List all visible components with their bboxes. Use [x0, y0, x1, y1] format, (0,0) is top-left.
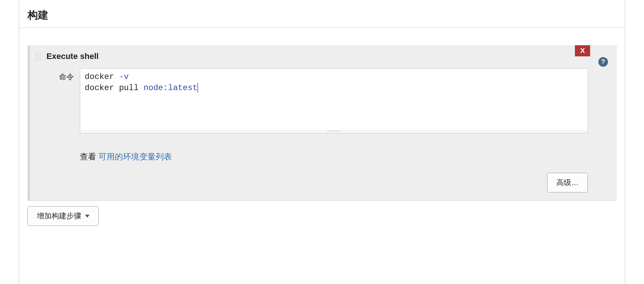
section-title: 构建 [19, 0, 625, 28]
build-step-title: Execute shell [46, 52, 99, 61]
chevron-down-icon [85, 215, 90, 218]
env-var-list-link[interactable]: 可用的环境变量列表 [98, 152, 172, 161]
advanced-button[interactable]: 高级… [547, 173, 588, 192]
drag-handle-icon[interactable] [34, 51, 42, 62]
step-accent-bar [28, 46, 30, 201]
env-var-help-text: 查看 可用的环境变量列表 [28, 133, 616, 162]
text-cursor [198, 83, 198, 92]
add-build-step-label: 增加构建步骤 [37, 211, 81, 221]
shell-command-input[interactable]: docker -v docker pull node:latest [80, 68, 588, 131]
command-label: 命令 [52, 68, 80, 82]
code-line: docker -v [85, 72, 583, 83]
add-build-step-button[interactable]: 增加构建步骤 [27, 206, 99, 226]
build-step-execute-shell: X ? Execute shell 命令 docker -v docker pu… [27, 46, 617, 201]
advanced-button-label: 高级… [556, 178, 579, 188]
help-text-prefix: 查看 [80, 152, 98, 161]
build-config-panel: 构建 X ? Execute shell 命令 docker -v docker… [19, 0, 625, 284]
textarea-resize-handle[interactable] [80, 130, 588, 133]
help-icon[interactable]: ? [598, 57, 608, 67]
code-line: docker pull node:latest [85, 83, 583, 94]
remove-step-button[interactable]: X [575, 45, 590, 56]
